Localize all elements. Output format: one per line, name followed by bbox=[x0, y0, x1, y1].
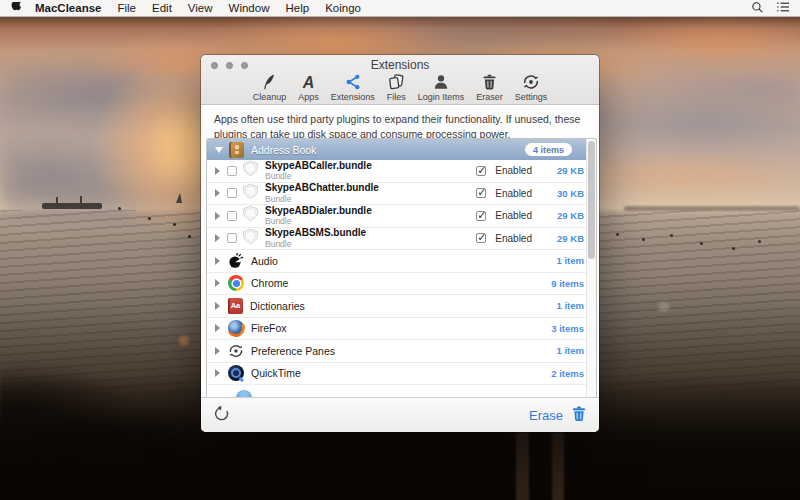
bundle-name: SkypeABCaller.bundle bbox=[265, 161, 372, 171]
disclosure-closed-icon[interactable] bbox=[215, 369, 220, 377]
plugin-shield-icon bbox=[242, 183, 259, 204]
plugin-shield-icon bbox=[242, 205, 259, 226]
toolbar-files[interactable]: Files bbox=[387, 72, 406, 102]
enabled-label: Enabled bbox=[495, 210, 532, 221]
notification-center-icon[interactable] bbox=[776, 1, 790, 15]
firefox-icon bbox=[228, 320, 244, 336]
enabled-label: Enabled bbox=[495, 233, 532, 244]
disclosure-closed-icon[interactable] bbox=[215, 257, 220, 265]
bundle-row[interactable]: SkypeABDialer.bundleBundle Enabled 29 KB bbox=[207, 205, 596, 228]
bundle-name: SkypeABDialer.bundle bbox=[265, 206, 372, 216]
bundle-size: 29 KB bbox=[532, 210, 584, 221]
disclosure-closed-icon[interactable] bbox=[215, 212, 220, 220]
enabled-label: Enabled bbox=[495, 188, 532, 199]
plugin-shield-icon bbox=[242, 228, 259, 249]
refresh-button[interactable] bbox=[213, 405, 230, 426]
group-items-count-badge: 4 items bbox=[525, 143, 572, 156]
toolbar-login-items-label: Login Items bbox=[418, 92, 465, 102]
toolbar-apps[interactable]: A Apps bbox=[298, 72, 319, 102]
quicktime-icon bbox=[228, 365, 244, 381]
disclosure-closed-icon[interactable] bbox=[215, 234, 220, 242]
category-row-partial[interactable] bbox=[207, 385, 596, 397]
maccleanse-window: Extensions Cleanup A Apps Extensions bbox=[201, 55, 599, 432]
bundle-type: Bundle bbox=[265, 172, 372, 181]
erase-trash-icon[interactable] bbox=[571, 405, 587, 426]
bundle-size: 29 KB bbox=[532, 233, 584, 244]
audio-icon bbox=[228, 253, 244, 269]
select-checkbox[interactable] bbox=[227, 188, 237, 198]
toolbar: Cleanup A Apps Extensions Files bbox=[201, 72, 599, 102]
toolbar-settings[interactable]: Settings bbox=[515, 72, 548, 102]
erase-button-label[interactable]: Erase bbox=[529, 408, 563, 423]
enabled-checkbox[interactable] bbox=[476, 188, 486, 198]
disclosure-closed-icon[interactable] bbox=[215, 167, 220, 175]
preference-panes-swirl-icon bbox=[228, 343, 244, 359]
disclosure-closed-icon[interactable] bbox=[215, 302, 220, 310]
category-row-preference-panes[interactable]: Preference Panes 1 item bbox=[207, 340, 596, 363]
scrollbar-track[interactable] bbox=[586, 139, 596, 397]
bundle-row[interactable]: SkypeABCaller.bundleBundle Enabled 29 KB bbox=[207, 160, 596, 183]
category-count: 1 item bbox=[557, 255, 584, 266]
toolbar-apps-label: Apps bbox=[298, 92, 319, 102]
toolbar-eraser[interactable]: Eraser bbox=[476, 72, 503, 102]
select-checkbox[interactable] bbox=[227, 233, 237, 243]
select-checkbox[interactable] bbox=[227, 211, 237, 221]
group-name: Address Book bbox=[251, 144, 316, 156]
disclosure-closed-icon[interactable] bbox=[215, 279, 220, 287]
category-row-audio[interactable]: Audio 1 item bbox=[207, 250, 596, 273]
category-name: Chrome bbox=[251, 277, 288, 289]
disclosure-closed-icon[interactable] bbox=[215, 347, 220, 355]
bundle-row[interactable]: SkypeABChatter.bundleBundle Enabled 30 K… bbox=[207, 183, 596, 206]
toolbar-login-items[interactable]: Login Items bbox=[418, 72, 465, 102]
menu-item-koingo[interactable]: Koingo bbox=[325, 2, 361, 14]
enabled-label: Enabled bbox=[495, 165, 532, 176]
menu-item-file[interactable]: File bbox=[117, 2, 136, 14]
overlapping-pages-icon bbox=[387, 72, 405, 91]
menu-item-window[interactable]: Window bbox=[229, 2, 270, 14]
apple-menu-icon[interactable] bbox=[10, 2, 21, 15]
enabled-checkbox[interactable] bbox=[476, 166, 486, 176]
category-row-dictionaries[interactable]: Aa Dictionaries 1 item bbox=[207, 295, 596, 318]
disclosure-closed-icon[interactable] bbox=[215, 324, 220, 332]
menu-item-help[interactable]: Help bbox=[285, 2, 309, 14]
letter-a-icon: A bbox=[303, 72, 315, 91]
dictionary-book-icon: Aa bbox=[228, 298, 243, 314]
window-titlebar: Extensions Cleanup A Apps Extensions bbox=[201, 55, 599, 105]
category-name: Audio bbox=[251, 255, 278, 267]
toolbar-cleanup-label: Cleanup bbox=[253, 92, 287, 102]
category-name: FireFox bbox=[251, 322, 287, 334]
category-count: 2 items bbox=[551, 368, 584, 379]
plugin-shield-icon bbox=[242, 160, 259, 181]
chrome-icon bbox=[228, 275, 244, 291]
toolbar-extensions-label: Extensions bbox=[331, 92, 375, 102]
toolbar-files-label: Files bbox=[387, 92, 406, 102]
enabled-checkbox[interactable] bbox=[476, 211, 486, 221]
category-count: 1 item bbox=[557, 345, 584, 356]
extensions-list: Address Book 4 items SkypeABCaller.bundl… bbox=[206, 138, 597, 397]
enabled-checkbox[interactable] bbox=[476, 233, 486, 243]
disclosure-closed-icon[interactable] bbox=[215, 189, 220, 197]
bundle-name: SkypeABChatter.bundle bbox=[265, 183, 379, 193]
category-count: 9 items bbox=[551, 278, 584, 289]
menu-item-edit[interactable]: Edit bbox=[152, 2, 172, 14]
select-checkbox[interactable] bbox=[227, 166, 237, 176]
category-row-chrome[interactable]: Chrome 9 items bbox=[207, 273, 596, 296]
bundle-row[interactable]: SkypeABSMS.bundleBundle Enabled 29 KB bbox=[207, 228, 596, 251]
menu-app-name[interactable]: MacCleanse bbox=[35, 2, 101, 14]
window-title: Extensions bbox=[201, 58, 599, 72]
category-row-quicktime[interactable]: QuickTime 2 items bbox=[207, 363, 596, 386]
group-header-address-book[interactable]: Address Book 4 items bbox=[207, 139, 596, 160]
toolbar-cleanup[interactable]: Cleanup bbox=[253, 72, 287, 102]
menu-bar: MacCleanse File Edit View Window Help Ko… bbox=[0, 0, 800, 17]
toolbar-extensions-selected[interactable]: Extensions bbox=[331, 72, 375, 102]
description-text: Apps often use third party plugins to ex… bbox=[201, 105, 599, 142]
trash-icon bbox=[481, 72, 498, 91]
spotlight-search-icon[interactable] bbox=[751, 1, 764, 16]
scrollbar-thumb[interactable] bbox=[588, 141, 595, 259]
toolbar-settings-label: Settings bbox=[515, 92, 548, 102]
category-row-firefox[interactable]: FireFox 3 items bbox=[207, 318, 596, 341]
bundle-type: Bundle bbox=[265, 195, 379, 204]
category-name: Dictionaries bbox=[250, 300, 305, 312]
menu-item-view[interactable]: View bbox=[188, 2, 213, 14]
disclosure-open-icon[interactable] bbox=[215, 147, 223, 153]
